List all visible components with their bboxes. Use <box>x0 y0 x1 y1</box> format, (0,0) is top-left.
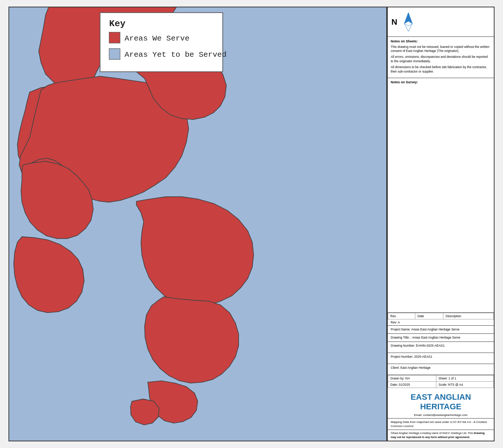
date-label: Date: <box>390 383 398 386</box>
drawn-by-cell: Drawn by: KH <box>388 375 436 381</box>
bottom-table: Drawn by: KH Sheet: 1 of 1 Date: 01/2025 <box>388 375 494 388</box>
north-label: N <box>391 17 397 27</box>
notes-sheets-title: Notes on Sheets: <box>391 39 491 44</box>
bottom-table-section: Drawn by: KH Sheet: 1 of 1 Date: 01/2025 <box>388 375 494 388</box>
description-header: Description <box>443 313 494 319</box>
scale-cell: Scale: NTS @ A4 <box>436 381 493 388</box>
rev-table: Rev. Date Description <box>388 313 494 319</box>
drawing-title-value: Areas East Anglian Heritage Serve <box>412 336 460 339</box>
notes-sheets-p3: All dimensions to be checked before site… <box>391 65 491 74</box>
project-name-label: Project Name: <box>391 328 411 331</box>
mapping-data-text: Mapping Data from mapchart.net used unde… <box>391 420 487 428</box>
svg-text:Areas Yet to be Served: Areas Yet to be Served <box>124 50 226 59</box>
date-header: Date <box>415 313 443 319</box>
copyright-section: ©East Anglian Heritage a trading name of… <box>388 430 494 441</box>
project-number-value: 2025-AEAS1 <box>414 355 432 358</box>
date-value: 01/2025 <box>399 383 410 386</box>
drawing-number-section: Drawing Number: EAHIN-2025-AEAS1 <box>388 342 494 353</box>
project-name-value: Areas East Anglian Heritage Serve <box>411 328 460 331</box>
sheet-value: 1 of 1 <box>449 377 456 380</box>
rev-table-section: Rev. Date Description Rev: A <box>388 313 494 326</box>
map-svg: Key Areas We Serve Areas Yet to be Serve… <box>9 7 386 441</box>
notes-sheets-p2: All errors, omissions, discrepancies and… <box>391 55 491 64</box>
project-name-section: Project Name: Areas East Anglian Heritag… <box>388 326 494 334</box>
notes-on-survey: Notes on Survey: <box>388 78 494 313</box>
notes-on-sheets: Notes on Sheets: This drawing must not b… <box>388 37 494 78</box>
drawing-number-value: EAHIN-2025-AEAS1 <box>416 344 445 347</box>
company-name: EAST ANGLIAN HERITAGE <box>391 392 490 412</box>
scale-value: NTS @ A4 <box>448 383 463 386</box>
company-section: EAST ANGLIAN HERITAGE Email: contact@eas… <box>388 388 494 419</box>
project-number-section: Project Number: 2025-AEAS1 <box>388 353 494 364</box>
sheet-cell: Sheet: 1 of 1 <box>436 375 493 381</box>
rev-table-header-row: Rev. Date Description <box>388 313 494 319</box>
notes-survey-title: Notes on Survey: <box>391 80 491 84</box>
svg-marker-7 <box>404 13 412 24</box>
drawing-number-label: Drawing Number: <box>391 344 415 347</box>
client-value: East Anglian Heritage <box>400 366 430 370</box>
drawing-title-label: Drawing Title: : <box>391 336 411 339</box>
copyright-text: ©East Anglian Heritage a trading name of… <box>391 431 485 439</box>
drawing-title-section: Drawing Title: : Areas East Anglian Heri… <box>388 334 494 342</box>
drawn-by-value: KH <box>405 377 410 380</box>
notes-sheets-p1: This drawing must not be reissued, loane… <box>391 45 491 54</box>
drawn-by-row: Drawn by: KH Sheet: 1 of 1 <box>388 375 494 381</box>
svg-rect-5 <box>109 49 120 60</box>
svg-text:Key: Key <box>109 18 126 29</box>
map-area: Key Areas We Serve Areas Yet to be Serve… <box>9 7 387 441</box>
rev-header: Rev. <box>388 313 415 319</box>
company-email: Email: contact@eastanglianheritage.com <box>391 413 490 417</box>
svg-marker-8 <box>404 24 412 31</box>
sheet-label: Sheet: <box>439 377 448 380</box>
svg-text:Areas We Serve: Areas We Serve <box>124 34 189 43</box>
outer-container: Key Areas We Serve Areas Yet to be Serve… <box>0 0 503 448</box>
drawn-by-label: Drawn by: <box>390 377 404 380</box>
drawing-sheet: Key Areas We Serve Areas Yet to be Serve… <box>8 7 495 441</box>
right-panel: N Notes on Sheets: This drawing must not… <box>387 7 494 441</box>
mapping-data-section: Mapping Data from mapchart.net used unde… <box>388 419 494 430</box>
svg-rect-3 <box>109 32 120 43</box>
client-section: Client: East Anglian Heritage <box>388 364 494 375</box>
date-cell: Date: 01/2025 <box>388 381 436 388</box>
north-arrow-icon <box>401 12 416 32</box>
scale-label: Scale: <box>439 383 447 386</box>
client-label: Client: <box>391 366 400 370</box>
project-number-label: Project Number: <box>391 355 413 358</box>
date-scale-row: Date: 01/2025 Scale: NTS @ A4 <box>388 381 494 388</box>
rev-a-row: Rev: A <box>388 319 494 325</box>
north-section: N <box>388 7 494 37</box>
